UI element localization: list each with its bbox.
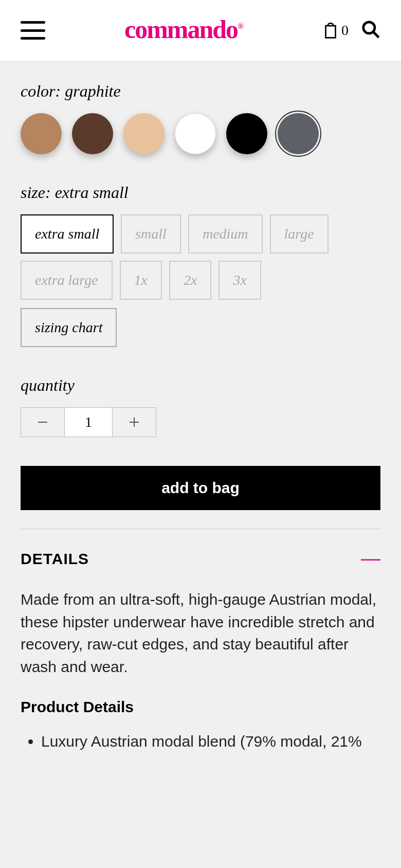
minus-icon [37,416,49,428]
shopping-bag-button[interactable]: 0 [322,20,349,41]
size-option-2x[interactable]: 2x [169,261,211,300]
size-option-extra-large[interactable]: extra large [21,261,113,300]
details-title: DETAILS [21,550,89,568]
quantity-decrease-button[interactable] [21,407,65,437]
size-option-1x[interactable]: 1x [120,261,162,300]
search-icon [361,20,380,39]
color-swatch-caramel[interactable] [21,113,62,154]
product-options: color: graphite size: extra small extra … [0,61,401,773]
details-description: Made from an ultra-soft, high-gauge Aust… [21,588,380,678]
add-to-bag-button[interactable]: add to bag [21,466,380,510]
search-button[interactable] [361,20,380,41]
color-swatch-nude[interactable] [123,113,165,154]
svg-line-1 [373,32,379,38]
bag-count: 0 [341,22,349,39]
bag-icon [322,20,339,41]
color-swatch-graphite[interactable] [278,113,319,154]
quantity-label: quantity [21,376,380,395]
quantity-input[interactable] [65,407,112,437]
color-swatch-mocha[interactable] [72,113,113,154]
svg-point-0 [363,22,375,33]
size-option-large[interactable]: large [270,214,329,254]
size-option-3x[interactable]: 3x [218,261,261,300]
color-swatches [21,113,380,154]
size-option-small[interactable]: small [121,214,181,254]
size-label: size: extra small [21,183,380,202]
quantity-increase-button[interactable] [112,407,156,437]
size-option-extra-small[interactable]: extra small [21,214,114,254]
quantity-stepper [21,407,380,437]
color-swatch-black[interactable] [226,113,267,154]
collapse-icon: — [361,548,380,570]
size-options: extra smallsmallmediumlargeextra large1x… [21,214,380,300]
size-option-medium[interactable]: medium [188,214,263,254]
brand-logo[interactable]: commando® [124,14,243,44]
product-details-heading: Product Details [21,698,380,716]
section-divider [21,529,380,529]
details-accordion-header[interactable]: DETAILS — [21,548,380,570]
sizing-chart-button[interactable]: sizing chart [21,308,117,347]
plus-icon [128,416,140,428]
color-swatch-white[interactable] [175,113,216,154]
header: commando® 0 [0,0,401,61]
product-details-list: Luxury Austrian modal blend (79% modal, … [21,730,380,753]
header-right: 0 [322,20,380,41]
list-item: Luxury Austrian modal blend (79% modal, … [41,730,380,753]
color-label: color: graphite [21,82,380,101]
menu-button[interactable] [21,21,45,40]
